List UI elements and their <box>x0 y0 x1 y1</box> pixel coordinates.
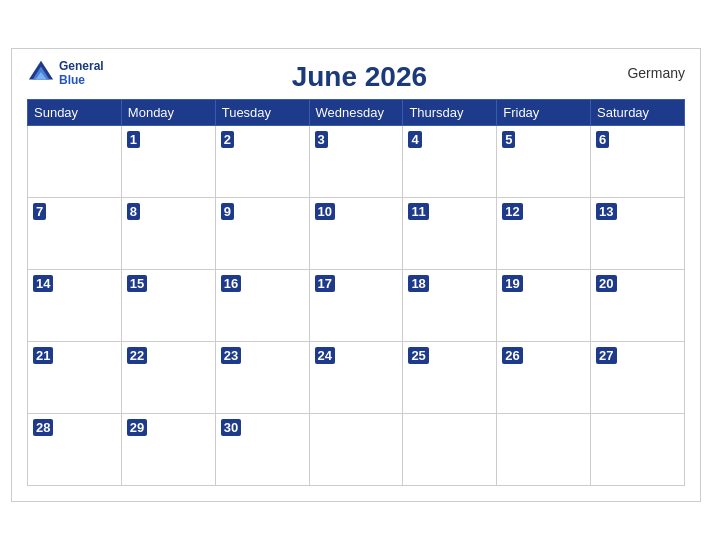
col-friday: Friday <box>497 100 591 126</box>
date-number: 4 <box>408 131 421 148</box>
calendar-day-cell: 21 <box>28 342 122 414</box>
col-saturday: Saturday <box>591 100 685 126</box>
calendar-week-row: 14151617181920 <box>28 270 685 342</box>
date-number: 3 <box>315 131 328 148</box>
col-monday: Monday <box>121 100 215 126</box>
calendar-day-cell: 15 <box>121 270 215 342</box>
calendar-table: Sunday Monday Tuesday Wednesday Thursday… <box>27 99 685 486</box>
date-number: 7 <box>33 203 46 220</box>
calendar-day-cell: 8 <box>121 198 215 270</box>
date-number: 26 <box>502 347 522 364</box>
date-number: 15 <box>127 275 147 292</box>
date-number: 6 <box>596 131 609 148</box>
calendar-day-cell <box>309 414 403 486</box>
calendar-week-row: 282930 <box>28 414 685 486</box>
calendar-body: 1234567891011121314151617181920212223242… <box>28 126 685 486</box>
calendar-day-cell: 18 <box>403 270 497 342</box>
calendar-day-cell: 7 <box>28 198 122 270</box>
date-number: 19 <box>502 275 522 292</box>
date-number: 13 <box>596 203 616 220</box>
logo-icon <box>27 59 55 87</box>
calendar-day-cell: 17 <box>309 270 403 342</box>
weekday-header-row: Sunday Monday Tuesday Wednesday Thursday… <box>28 100 685 126</box>
date-number: 22 <box>127 347 147 364</box>
calendar-day-cell: 30 <box>215 414 309 486</box>
calendar-day-cell <box>591 414 685 486</box>
date-number: 2 <box>221 131 234 148</box>
calendar-day-cell: 14 <box>28 270 122 342</box>
calendar-day-cell: 24 <box>309 342 403 414</box>
col-sunday: Sunday <box>28 100 122 126</box>
logo-blue: Blue <box>59 73 104 87</box>
date-number: 27 <box>596 347 616 364</box>
calendar-day-cell <box>403 414 497 486</box>
calendar-day-cell: 11 <box>403 198 497 270</box>
date-number: 1 <box>127 131 140 148</box>
calendar-day-cell: 13 <box>591 198 685 270</box>
date-number: 28 <box>33 419 53 436</box>
calendar-day-cell: 4 <box>403 126 497 198</box>
calendar-day-cell: 22 <box>121 342 215 414</box>
date-number: 29 <box>127 419 147 436</box>
calendar-day-cell: 28 <box>28 414 122 486</box>
logo-area: General Blue <box>27 59 104 88</box>
calendar-day-cell: 10 <box>309 198 403 270</box>
calendar-day-cell: 19 <box>497 270 591 342</box>
col-thursday: Thursday <box>403 100 497 126</box>
calendar-day-cell: 5 <box>497 126 591 198</box>
date-number: 25 <box>408 347 428 364</box>
calendar-day-cell: 2 <box>215 126 309 198</box>
calendar-day-cell: 20 <box>591 270 685 342</box>
calendar-day-cell: 6 <box>591 126 685 198</box>
calendar-day-cell: 29 <box>121 414 215 486</box>
date-number: 12 <box>502 203 522 220</box>
date-number: 17 <box>315 275 335 292</box>
calendar-day-cell: 25 <box>403 342 497 414</box>
date-number: 9 <box>221 203 234 220</box>
calendar-week-row: 21222324252627 <box>28 342 685 414</box>
date-number: 11 <box>408 203 428 220</box>
date-number: 20 <box>596 275 616 292</box>
calendar-day-cell: 16 <box>215 270 309 342</box>
date-number: 23 <box>221 347 241 364</box>
calendar-day-cell: 1 <box>121 126 215 198</box>
calendar-day-cell: 23 <box>215 342 309 414</box>
calendar-header: General Blue June 2026 Germany <box>27 59 685 93</box>
calendar-week-row: 78910111213 <box>28 198 685 270</box>
date-number: 8 <box>127 203 140 220</box>
logo-general: General <box>59 59 104 73</box>
date-number: 10 <box>315 203 335 220</box>
calendar-day-cell: 27 <box>591 342 685 414</box>
date-number: 5 <box>502 131 515 148</box>
calendar-day-cell: 26 <box>497 342 591 414</box>
calendar: General Blue June 2026 Germany Sunday Mo… <box>11 48 701 502</box>
calendar-week-row: 123456 <box>28 126 685 198</box>
col-tuesday: Tuesday <box>215 100 309 126</box>
date-number: 16 <box>221 275 241 292</box>
date-number: 24 <box>315 347 335 364</box>
calendar-day-cell: 9 <box>215 198 309 270</box>
col-wednesday: Wednesday <box>309 100 403 126</box>
date-number: 14 <box>33 275 53 292</box>
logo-text: General Blue <box>59 59 104 88</box>
calendar-title: June 2026 <box>104 61 615 93</box>
date-number: 18 <box>408 275 428 292</box>
calendar-day-cell: 12 <box>497 198 591 270</box>
calendar-day-cell <box>28 126 122 198</box>
calendar-day-cell: 3 <box>309 126 403 198</box>
date-number: 30 <box>221 419 241 436</box>
country-label: Germany <box>615 65 685 81</box>
calendar-day-cell <box>497 414 591 486</box>
date-number: 21 <box>33 347 53 364</box>
